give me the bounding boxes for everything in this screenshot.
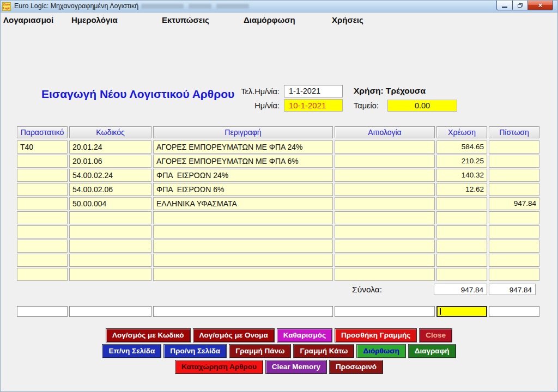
- entry-document-input[interactable]: [17, 306, 68, 317]
- table-cell[interactable]: [335, 240, 435, 253]
- menu-journals[interactable]: Ημερολόγια: [71, 15, 118, 24]
- table-cell[interactable]: [153, 240, 333, 253]
- table-cell[interactable]: [17, 197, 68, 210]
- menu-accounts[interactable]: Λογαριασμοί: [3, 15, 53, 24]
- column-header-document: Παραστατικό: [17, 126, 68, 138]
- table-cell[interactable]: [335, 183, 435, 196]
- last-date-label: Τελ.Ημ/νία:: [235, 87, 280, 96]
- table-cell[interactable]: [153, 268, 333, 281]
- column-header-credit: Πίστωση: [489, 126, 539, 138]
- table-cell[interactable]: [335, 197, 435, 210]
- table-cell[interactable]: 20.01.06: [69, 155, 151, 168]
- table-cell[interactable]: [335, 254, 435, 267]
- menu-usages[interactable]: Χρήσεις: [332, 15, 363, 24]
- edit-button[interactable]: Διόρθωση: [356, 344, 405, 358]
- table-cell[interactable]: [17, 183, 68, 196]
- table-cell[interactable]: [436, 254, 487, 267]
- table-cell[interactable]: 20.01.24: [69, 140, 151, 154]
- table-cell[interactable]: 140.32: [436, 169, 487, 182]
- table-cell[interactable]: [17, 155, 68, 168]
- table-cell[interactable]: [489, 140, 539, 154]
- table-cell[interactable]: ΑΓΟΡΕΣ ΕΜΠΟΡΕΥΜΑΤΩΝ ΜΕ ΦΠΑ 24%: [153, 140, 333, 154]
- table-cell[interactable]: [489, 240, 539, 253]
- table-cell[interactable]: [436, 268, 487, 281]
- table-cell[interactable]: 54.00.02.24: [69, 169, 151, 182]
- menu-configuration[interactable]: Διαμόρφωση: [244, 15, 295, 24]
- table-cell[interactable]: [153, 254, 333, 267]
- account-by-code-button[interactable]: Λογ/σμός με Κωδικό: [106, 328, 191, 342]
- table-cell[interactable]: 54.00.02.06: [69, 183, 151, 196]
- menu-printouts[interactable]: Εκτυπώσεις: [162, 15, 209, 24]
- table-cell[interactable]: ΦΠΑ ΕΙΣΡΟΩΝ 6%: [153, 183, 333, 196]
- table-cell[interactable]: [69, 254, 151, 267]
- table-cell[interactable]: [17, 225, 68, 238]
- next-page-button[interactable]: Επ/νη Σελίδα: [102, 344, 161, 358]
- add-row-button[interactable]: Προσθήκη Γραμμής: [335, 328, 417, 342]
- table-cell[interactable]: [69, 225, 151, 238]
- table-cell[interactable]: [489, 183, 539, 196]
- table-cell[interactable]: [489, 169, 539, 182]
- save-entry-button[interactable]: Καταχώρηση Αρθρου: [175, 360, 263, 374]
- table-cell[interactable]: [335, 211, 435, 224]
- title-bar[interactable]: Euro Logic Euro Logic: Μηχανογραφημένη Λ…: [1, 1, 557, 13]
- table-cell[interactable]: [335, 169, 435, 182]
- table-cell[interactable]: [489, 225, 539, 238]
- table-cell[interactable]: 210.25: [436, 155, 487, 168]
- minimize-button[interactable]: [496, 1, 513, 10]
- table-cell[interactable]: [436, 211, 487, 224]
- entries-table: T40 20.01.24 ΑΓΟΡΕΣ ΕΜΠΟΡΕΥΜΑΤΩΝ ΜΕ ΦΠΑ …: [17, 140, 539, 281]
- table-cell[interactable]: ΑΓΟΡΕΣ ΕΜΠΟΡΕΥΜΑΤΩΝ ΜΕ ΦΠΑ 6%: [153, 155, 333, 168]
- total-credit-box: 947.84: [489, 284, 536, 295]
- entry-debit-input[interactable]: [436, 306, 487, 317]
- table-cell[interactable]: [489, 155, 539, 168]
- delete-button[interactable]: Διαγραφή: [408, 344, 456, 358]
- table-cell[interactable]: [69, 240, 151, 253]
- minimize-icon: [502, 7, 507, 8]
- table-cell[interactable]: [489, 254, 539, 267]
- table-cell[interactable]: ΦΠΑ ΕΙΣΡΟΩΝ 24%: [153, 169, 333, 182]
- table-cell[interactable]: [17, 254, 68, 267]
- row-up-button[interactable]: Γραμμή Πάνω: [229, 344, 291, 358]
- last-date-field[interactable]: 1-1-2021: [284, 85, 343, 97]
- date-field[interactable]: 10-1-2021: [284, 99, 343, 112]
- entry-reason-input[interactable]: [335, 306, 435, 317]
- text-caret: [440, 308, 441, 315]
- entry-description-input[interactable]: [153, 306, 333, 317]
- table-cell[interactable]: 947.84: [489, 197, 539, 210]
- table-cell[interactable]: [436, 225, 487, 238]
- table-cell[interactable]: 584.65: [436, 140, 487, 154]
- cash-field[interactable]: 0.00: [387, 100, 457, 112]
- restore-button[interactable]: [513, 1, 528, 10]
- entry-code-input[interactable]: [69, 306, 151, 317]
- table-cell[interactable]: ΕΛΛΗΝΙΚΑ ΥΦΑΣΜΑΤΑ: [153, 197, 333, 210]
- table-cell[interactable]: [335, 155, 435, 168]
- table-cell[interactable]: [489, 268, 539, 281]
- table-cell[interactable]: [69, 268, 151, 281]
- table-cell[interactable]: [335, 225, 435, 238]
- table-cell[interactable]: [17, 268, 68, 281]
- table-cell[interactable]: [17, 240, 68, 253]
- clear-memory-button[interactable]: Clear Memory: [265, 360, 327, 374]
- account-by-name-button[interactable]: Λογ/σμός με Ονομα: [193, 328, 275, 342]
- table-cell[interactable]: T40: [17, 140, 68, 154]
- table-cell[interactable]: [436, 240, 487, 253]
- table-cell[interactable]: [17, 169, 68, 182]
- table-cell[interactable]: [153, 225, 333, 238]
- temporary-button[interactable]: Προσωρινό: [329, 360, 383, 374]
- obscured-text: [189, 4, 211, 9]
- clear-button[interactable]: Καθαρισμός: [277, 328, 332, 342]
- table-cell[interactable]: [335, 268, 435, 281]
- table-cell[interactable]: [17, 211, 68, 224]
- table-cell[interactable]: [436, 197, 487, 210]
- prev-page-button[interactable]: Προ/νη Σελίδα: [163, 344, 227, 358]
- table-cell[interactable]: [153, 211, 333, 224]
- table-cell[interactable]: [69, 211, 151, 224]
- table-cell[interactable]: 12.62: [436, 183, 487, 196]
- close-form-button[interactable]: Close: [419, 328, 452, 342]
- close-button[interactable]: ×: [528, 1, 553, 10]
- entry-credit-input[interactable]: [489, 306, 539, 317]
- table-cell[interactable]: 50.00.004: [69, 197, 151, 210]
- row-down-button[interactable]: Γραμμή Κάτω: [293, 344, 354, 358]
- table-cell[interactable]: [489, 211, 539, 224]
- table-cell[interactable]: [335, 140, 435, 154]
